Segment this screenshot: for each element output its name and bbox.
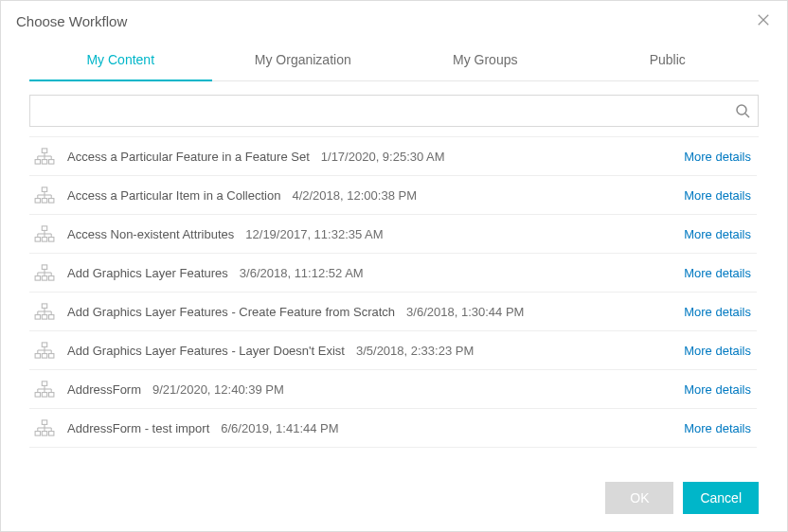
workflow-icon — [31, 225, 58, 242]
more-details-link[interactable]: More details — [684, 227, 751, 241]
item-name: Add Graphics Layer Features — [67, 266, 228, 280]
tab-label: My Groups — [453, 52, 517, 67]
workflow-icon — [31, 381, 58, 398]
svg-rect-41 — [35, 315, 40, 320]
tab-my-organization[interactable]: My Organization — [212, 39, 395, 80]
dialog-title: Choose Workflow — [16, 13, 127, 29]
item-name: Access a Particular Item in a Collection — [67, 188, 280, 203]
svg-rect-16 — [49, 199, 54, 204]
item-date: 6/6/2019, 1:41:44 PM — [221, 421, 338, 435]
list-item[interactable]: Access a Particular Item in a Collection… — [29, 176, 757, 215]
workflow-icon — [31, 303, 58, 320]
workflow-icon — [31, 419, 58, 436]
tab-my-content[interactable]: My Content — [29, 39, 212, 80]
item-date: 1/17/2020, 9:25:30 AM — [321, 150, 445, 164]
item-date: 9/21/2020, 12:40:39 PM — [152, 382, 284, 397]
item-name: Add Graphics Layer Features - Layer Does… — [67, 344, 345, 358]
svg-rect-70 — [49, 432, 54, 436]
svg-rect-49 — [42, 343, 46, 347]
item-text: Access a Particular Item in a Collection… — [67, 188, 674, 203]
svg-rect-68 — [35, 432, 40, 436]
svg-rect-13 — [42, 187, 46, 192]
workflow-icon — [31, 342, 58, 359]
item-text: Access a Particular Feature in a Feature… — [67, 150, 674, 164]
close-button[interactable] — [755, 12, 772, 29]
svg-rect-25 — [49, 238, 54, 242]
svg-rect-22 — [42, 226, 46, 231]
list-item[interactable]: AddressForm - test import6/6/2019, 1:41:… — [29, 409, 757, 448]
more-details-link[interactable]: More details — [684, 188, 751, 203]
more-details-link[interactable]: More details — [684, 150, 751, 164]
svg-rect-23 — [35, 238, 40, 242]
search-icon — [735, 103, 750, 118]
item-text: Add Graphics Layer Features3/6/2018, 11:… — [67, 266, 674, 280]
svg-rect-58 — [42, 381, 46, 386]
svg-rect-4 — [42, 149, 46, 153]
svg-rect-61 — [49, 393, 54, 398]
item-date: 3/6/2018, 1:30:44 PM — [406, 305, 524, 319]
workflow-list-scroll[interactable]: Access a Particular Feature in a Feature… — [29, 137, 759, 467]
item-text: Add Graphics Layer Features - Layer Does… — [67, 344, 674, 358]
svg-rect-59 — [35, 393, 40, 398]
more-details-link[interactable]: More details — [684, 382, 751, 397]
svg-rect-15 — [42, 199, 46, 204]
tabs: My ContentMy OrganizationMy GroupsPublic — [29, 39, 759, 81]
item-date: 3/5/2018, 2:33:23 PM — [356, 344, 474, 358]
tab-public[interactable]: Public — [577, 39, 760, 80]
svg-rect-60 — [42, 393, 46, 398]
item-date: 4/2/2018, 12:00:38 PM — [292, 188, 417, 203]
item-name: AddressForm - test import — [67, 421, 209, 435]
cancel-button[interactable]: Cancel — [683, 482, 759, 514]
list-item[interactable]: Access Non-existent Attributes12/19/2017… — [29, 215, 757, 254]
svg-rect-14 — [35, 199, 40, 204]
item-date: 12/19/2017, 11:32:35 AM — [245, 227, 383, 241]
item-text: Add Graphics Layer Features - Create Fea… — [67, 305, 674, 319]
tab-label: My Organization — [255, 52, 351, 67]
svg-rect-24 — [42, 238, 46, 242]
item-text: AddressForm9/21/2020, 12:40:39 PM — [67, 382, 674, 397]
search-box[interactable] — [29, 95, 759, 127]
item-name: AddressForm — [67, 382, 141, 397]
workflow-list: Access a Particular Feature in a Feature… — [29, 136, 759, 467]
list-item[interactable]: Access a Particular Feature in a Feature… — [29, 137, 757, 176]
workflow-icon — [31, 186, 58, 204]
svg-rect-6 — [42, 160, 46, 165]
list-item[interactable]: Add Graphics Layer Features3/6/2018, 11:… — [29, 254, 757, 293]
more-details-link[interactable]: More details — [684, 344, 751, 358]
svg-rect-42 — [42, 315, 46, 320]
item-date: 3/6/2018, 11:12:52 AM — [240, 266, 364, 280]
svg-rect-34 — [49, 276, 54, 281]
item-text: AddressForm - test import6/6/2019, 1:41:… — [67, 421, 674, 435]
svg-rect-5 — [35, 160, 40, 165]
tab-label: My Content — [86, 52, 154, 67]
list-item[interactable]: Add Graphics Layer Features - Layer Does… — [29, 331, 757, 370]
ok-button[interactable]: OK — [605, 482, 673, 514]
dialog-footer: OK Cancel — [1, 467, 787, 531]
more-details-link[interactable]: More details — [684, 421, 751, 435]
svg-rect-40 — [42, 304, 46, 309]
item-name: Add Graphics Layer Features - Create Fea… — [67, 305, 395, 319]
svg-rect-32 — [35, 276, 40, 281]
item-name: Access a Particular Feature in a Feature… — [67, 150, 310, 164]
svg-point-2 — [737, 105, 746, 115]
more-details-link[interactable]: More details — [684, 266, 751, 280]
svg-rect-69 — [42, 432, 46, 436]
workflow-icon — [31, 264, 58, 281]
search-input[interactable] — [40, 104, 735, 118]
tab-my-groups[interactable]: My Groups — [394, 39, 577, 80]
choose-workflow-dialog: Choose Workflow My ContentMy Organizatio… — [0, 0, 788, 532]
list-item[interactable]: Add Graphics Layer Features - Create Fea… — [29, 293, 757, 331]
svg-rect-51 — [42, 354, 46, 359]
svg-rect-33 — [42, 276, 46, 281]
svg-rect-50 — [35, 354, 40, 359]
svg-rect-43 — [49, 315, 54, 320]
svg-line-3 — [745, 114, 749, 117]
more-details-link[interactable]: More details — [684, 305, 751, 319]
workflow-icon — [31, 148, 58, 165]
svg-rect-7 — [49, 160, 54, 165]
close-icon — [757, 13, 770, 29]
search-row — [29, 95, 759, 127]
tab-label: Public — [650, 52, 686, 67]
list-item[interactable]: AddressForm9/21/2020, 12:40:39 PMMore de… — [29, 370, 757, 409]
dialog-body: My ContentMy OrganizationMy GroupsPublic… — [1, 39, 787, 467]
